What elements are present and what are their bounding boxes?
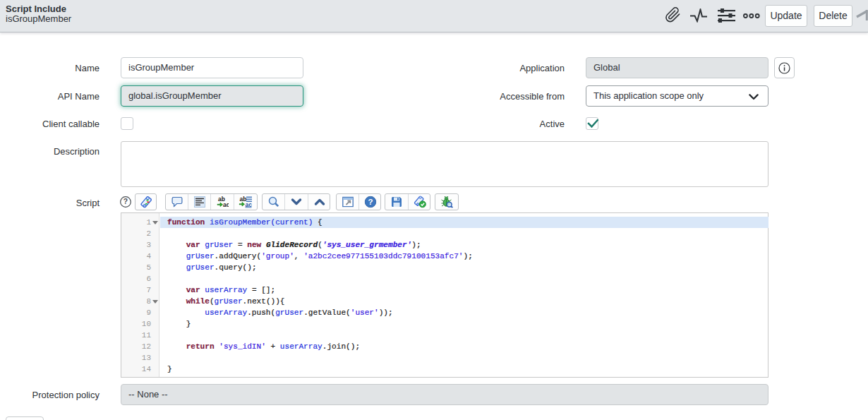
svg-text:?: ? — [123, 198, 128, 205]
svg-text:ac: ac — [246, 201, 253, 208]
svg-text:ac: ac — [223, 201, 229, 208]
svg-text:?: ? — [368, 198, 373, 206]
